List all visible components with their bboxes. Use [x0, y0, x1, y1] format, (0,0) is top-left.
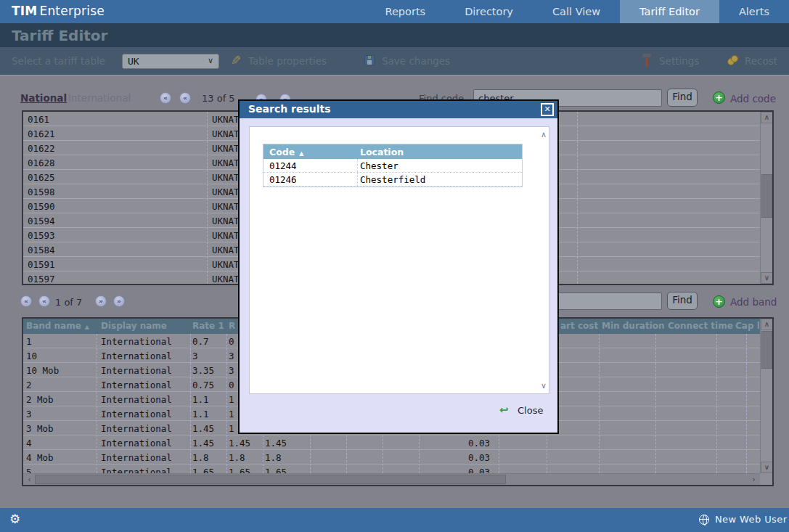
- band-cell-band: 4: [26, 438, 32, 449]
- nav-item-tariff-editor[interactable]: Tariff Editor: [620, 0, 719, 23]
- result-row[interactable]: 01246Chesterfield: [263, 173, 522, 187]
- band-cell-band: 1: [26, 336, 32, 347]
- band-cell-rate3: 1.45: [265, 438, 287, 449]
- add-band-link[interactable]: Add band: [730, 296, 777, 308]
- add-band-plus-icon[interactable]: +: [713, 295, 725, 308]
- band-table-row[interactable]: 4International1.451.451.450.03: [23, 435, 772, 450]
- band-cell-rate2: 3: [229, 351, 234, 361]
- save-changes-label: Save changes: [382, 55, 450, 67]
- result-row[interactable]: 01244Chester: [263, 159, 522, 173]
- pencil-icon: ✎: [231, 53, 241, 67]
- coins-icon: [727, 55, 739, 66]
- scroll-right-icon[interactable]: ›: [748, 474, 759, 486]
- dialog-close-x-button[interactable]: ✕: [541, 103, 554, 116]
- band-cell-rate2: 0: [229, 336, 234, 347]
- scroll-down-icon[interactable]: ∨: [761, 462, 773, 473]
- band-pager-first-button[interactable]: «: [20, 295, 32, 307]
- band-pager-prev-button[interactable]: «: [38, 295, 50, 307]
- band-cell-rate1: 0.7: [192, 336, 209, 347]
- column-separator: [357, 173, 358, 186]
- tab-international[interactable]: International: [68, 92, 131, 104]
- band-cell-display: International: [101, 394, 172, 405]
- band-cell-band: 3: [26, 409, 32, 420]
- band-cell-rate1: 0.75: [192, 380, 214, 390]
- band-cell-display: International: [101, 452, 172, 463]
- recost-button[interactable]: Recost: [727, 53, 782, 69]
- settings-tool-icon: [645, 54, 649, 67]
- band-cell: UKNAT: [212, 274, 240, 284]
- band-cell-band: 4 Mob: [26, 452, 54, 463]
- add-code-plus-icon[interactable]: +: [713, 91, 725, 104]
- band-cell-rate2: 1: [229, 423, 234, 434]
- footer: ⚙ New Web User: [0, 508, 789, 532]
- codes-pager-first-button[interactable]: «: [160, 92, 171, 104]
- scroll-up-icon[interactable]: ∧: [541, 130, 547, 139]
- band-cell: UKNAT: [212, 230, 240, 241]
- column-header-location[interactable]: Location: [360, 147, 404, 157]
- scroll-up-icon[interactable]: ∧: [761, 112, 773, 123]
- nav-item-directory[interactable]: Directory: [445, 0, 533, 23]
- band-cell-rate1: 1.45: [192, 438, 214, 449]
- close-label: Close: [518, 405, 543, 416]
- band-hscrollbar-thumb[interactable]: [35, 475, 506, 484]
- band-table-row[interactable]: 4 MobInternational1.81.81.80.03: [23, 450, 772, 465]
- add-code-link[interactable]: Add code: [730, 93, 776, 105]
- select-tariff-label: Select a tariff table: [12, 55, 105, 67]
- result-location-cell: Chester: [360, 160, 398, 171]
- result-location-cell: Chesterfield: [360, 174, 425, 185]
- band-pager-next-button[interactable]: »: [95, 295, 107, 307]
- recost-label: Recost: [745, 55, 777, 67]
- code-cell: 01584: [28, 245, 55, 255]
- scroll-up-icon[interactable]: ∧: [761, 319, 773, 330]
- band-vertical-scrollbar[interactable]: ∧ ∨: [760, 319, 772, 473]
- column-header-code[interactable]: Code▲: [269, 147, 303, 157]
- band-pager-text: 1 of 7: [55, 297, 82, 308]
- tariff-table-select-value: UK: [128, 56, 139, 67]
- band-cell-rate1: 3: [192, 351, 198, 361]
- find-code-button[interactable]: Find: [667, 89, 698, 107]
- tariff-table-select[interactable]: UK ∨: [122, 54, 219, 69]
- scroll-down-icon[interactable]: ∨: [541, 381, 547, 390]
- band-cell-display: International: [101, 365, 172, 376]
- column-separator: [226, 334, 227, 473]
- code-cell: 01622: [28, 143, 55, 154]
- find-band-button[interactable]: Find: [667, 292, 698, 310]
- nav-item-call-view[interactable]: Call View: [533, 0, 620, 23]
- table-properties-button[interactable]: ✎ Table properties: [231, 53, 347, 69]
- floppy-disk-icon: [364, 55, 375, 65]
- code-cell: 01594: [28, 216, 55, 226]
- band-pager-last-button[interactable]: »: [113, 295, 125, 307]
- result-code-cell: 01246: [269, 174, 297, 185]
- band-scrollbar-thumb[interactable]: [761, 331, 772, 369]
- codes-pager-text: 13 of 5: [202, 93, 235, 104]
- codes-scrollbar-thumb[interactable]: [761, 174, 772, 218]
- band-cell-extra: 0.03: [468, 467, 490, 473]
- scroll-left-icon[interactable]: ‹: [24, 474, 35, 486]
- sort-ascending-icon: ▲: [299, 150, 303, 157]
- gear-icon[interactable]: ⚙: [9, 512, 20, 526]
- new-web-user-link[interactable]: New Web User: [715, 514, 787, 525]
- codes-vertical-scrollbar[interactable]: ∧ ∨: [760, 112, 772, 284]
- code-cell: 01591: [28, 259, 55, 270]
- band-cell-extra: 0.03: [468, 452, 490, 463]
- nav-item-alerts[interactable]: Alerts: [719, 0, 789, 23]
- band-cell: UKNAT: [212, 245, 240, 255]
- scroll-down-icon[interactable]: ∨: [761, 272, 773, 284]
- column-separator: [716, 334, 717, 473]
- band-cell: UKNAT: [212, 128, 240, 139]
- band-table-row[interactable]: 5International1.651.651.650.03: [23, 465, 772, 473]
- result-code-cell: 01244: [269, 160, 297, 171]
- save-changes-button[interactable]: Save changes: [364, 53, 459, 69]
- results-table-body: 01244Chester01246Chesterfield: [263, 159, 522, 187]
- band-cell-extra: 0.03: [468, 438, 490, 449]
- band-horizontal-scrollbar[interactable]: ‹ ›: [23, 473, 760, 485]
- tab-national[interactable]: National: [20, 92, 67, 104]
- results-table: Code▲ Location 01244Chester01246Chesterf…: [263, 144, 523, 187]
- codes-pager-prev-button[interactable]: «: [179, 92, 191, 104]
- band-cell-band: 10 Mob: [26, 365, 59, 376]
- column-separator: [599, 334, 600, 473]
- nav-item-reports[interactable]: Reports: [366, 0, 446, 23]
- band-cell: UKNAT: [212, 172, 240, 183]
- settings-button[interactable]: Settings: [642, 53, 707, 69]
- column-separator: [577, 112, 578, 284]
